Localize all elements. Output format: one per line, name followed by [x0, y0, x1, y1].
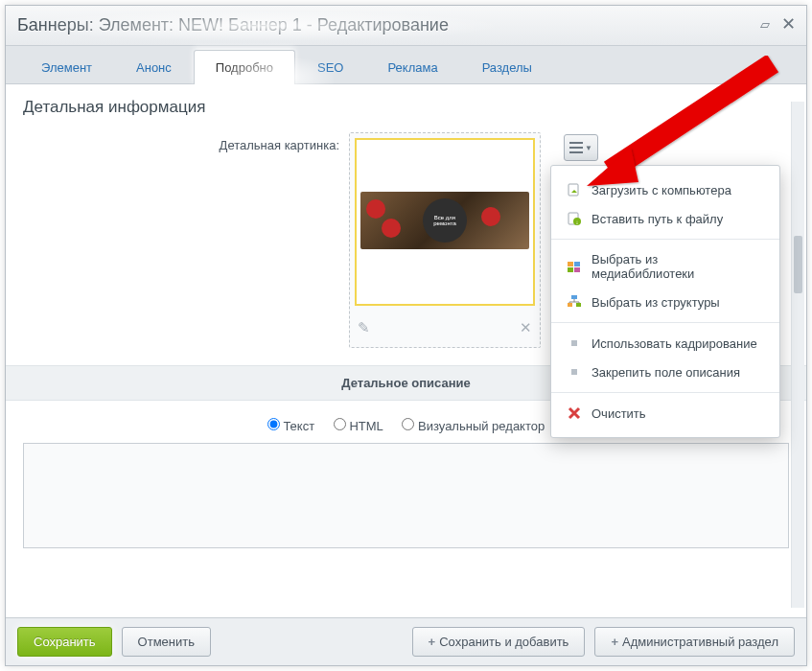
- price-tag-icon: [481, 207, 500, 226]
- menu-separator: [551, 392, 779, 393]
- menu-crop[interactable]: Использовать кадрирование: [551, 329, 779, 358]
- thumbnail-image: Все для ремонта: [360, 192, 529, 249]
- mode-html-radio[interactable]: [334, 418, 346, 430]
- close-icon[interactable]: ✕: [779, 15, 797, 33]
- save-add-button[interactable]: +Сохранить и добавить: [412, 627, 586, 657]
- clear-x-icon: [567, 405, 582, 421]
- menu-clear-label: Очистить: [592, 406, 646, 421]
- menu-media[interactable]: Выбрать из медиабиблиотеки: [551, 245, 779, 288]
- scrollbar-thumb[interactable]: [794, 236, 802, 293]
- image-label: Детальная картинка:: [23, 132, 349, 348]
- svg-rect-11: [571, 295, 577, 299]
- menu-upload[interactable]: Загрузить с компьютера: [551, 175, 779, 204]
- image-preview[interactable]: Все для ремонта: [355, 138, 535, 306]
- svg-rect-10: [574, 267, 580, 272]
- menu-pin[interactable]: Закрепить поле описания: [551, 358, 779, 386]
- dialog-window: Баннеры: Элемент: NEW! Баннер 1 - Редакт…: [5, 5, 807, 666]
- tab-anons[interactable]: Анонс: [114, 50, 194, 84]
- description-textarea[interactable]: [23, 443, 789, 548]
- svg-rect-9: [568, 267, 573, 272]
- svg-rect-14: [571, 340, 577, 346]
- content-area: Детальная информация Детальная картинка:…: [6, 84, 806, 617]
- cancel-button[interactable]: Отменить: [122, 627, 211, 657]
- mode-html[interactable]: HTML: [334, 419, 383, 433]
- edit-pencil-icon[interactable]: ✎: [358, 319, 370, 336]
- titlebar: Баннеры: Элемент: NEW! Баннер 1 - Редакт…: [6, 6, 806, 46]
- vertical-scrollbar[interactable]: [791, 102, 804, 608]
- menu-structure-label: Выбрать из структуры: [592, 295, 720, 310]
- hamburger-icon: [569, 142, 583, 153]
- bullet-icon: [567, 336, 582, 351]
- save-button[interactable]: Сохранить: [17, 627, 112, 657]
- image-menu-dropdown: Загрузить с компьютера ↓ Вставить путь к…: [550, 165, 780, 438]
- upload-icon: [567, 182, 582, 197]
- menu-media-label: Выбрать из медиабиблиотеки: [592, 252, 764, 281]
- menu-structure[interactable]: Выбрать из структуры: [551, 288, 779, 316]
- svg-rect-1: [569, 147, 583, 149]
- fullscreen-icon[interactable]: ▱: [760, 17, 774, 31]
- admin-section-button[interactable]: +Административный раздел: [594, 627, 795, 657]
- tab-seo[interactable]: SEO: [295, 50, 365, 84]
- mode-visual[interactable]: Визуальный редактор: [402, 419, 545, 433]
- remove-x-icon[interactable]: ✕: [520, 319, 532, 336]
- svg-text:↓: ↓: [576, 220, 579, 225]
- plus-icon: +: [611, 635, 618, 649]
- price-tag-icon: [382, 219, 401, 238]
- menu-path[interactable]: ↓ Вставить путь к файлу: [551, 204, 779, 233]
- menu-upload-label: Загрузить с компьютера: [592, 183, 731, 197]
- image-tools: ✎ ✕: [358, 314, 532, 341]
- image-row: Детальная картинка: Все для ремонта ✎ ✕: [23, 132, 789, 348]
- menu-crop-label: Использовать кадрирование: [592, 336, 757, 351]
- tab-ads[interactable]: Реклама: [365, 50, 459, 84]
- image-field: Все для ремонта ✎ ✕ ▼ Загрузить с к: [349, 132, 789, 348]
- tab-row: Элемент Анонс Подробно SEO Реклама Разде…: [6, 46, 806, 84]
- tab-element[interactable]: Элемент: [19, 50, 114, 84]
- thumbnail-caption: Все для ремонта: [423, 198, 467, 243]
- image-dropzone[interactable]: Все для ремонта ✎ ✕: [349, 132, 541, 348]
- price-tag-icon: [366, 199, 385, 219]
- mode-visual-radio[interactable]: [402, 418, 414, 430]
- path-icon: ↓: [567, 211, 582, 226]
- structure-icon: [567, 294, 582, 310]
- svg-rect-12: [568, 303, 572, 307]
- mode-text-radio[interactable]: [267, 418, 280, 430]
- tab-sections[interactable]: Разделы: [460, 50, 554, 84]
- svg-rect-3: [568, 184, 578, 196]
- menu-separator: [551, 322, 779, 323]
- menu-separator: [551, 239, 779, 240]
- footer: Сохранить Отменить +Сохранить и добавить…: [6, 617, 806, 665]
- svg-rect-8: [574, 262, 580, 266]
- media-library-icon: [567, 259, 582, 274]
- plus-icon: +: [429, 635, 436, 649]
- tab-detail[interactable]: Подробно: [194, 50, 295, 84]
- svg-rect-0: [569, 142, 583, 144]
- dialog-title: Баннеры: Элемент: NEW! Баннер 1 - Редакт…: [17, 15, 449, 35]
- mode-text[interactable]: Текст: [267, 419, 314, 433]
- image-menu-button[interactable]: ▼: [564, 134, 598, 161]
- section-heading: Детальная информация: [23, 98, 789, 117]
- bullet-icon: [567, 364, 582, 380]
- svg-rect-2: [569, 151, 583, 153]
- menu-clear[interactable]: Очистить: [551, 399, 779, 428]
- menu-path-label: Вставить путь к файлу: [592, 212, 723, 226]
- svg-rect-13: [576, 303, 581, 307]
- svg-rect-15: [571, 369, 577, 375]
- menu-pin-label: Закрепить поле описания: [592, 365, 740, 380]
- svg-rect-7: [568, 262, 573, 266]
- chevron-down-icon: ▼: [585, 144, 592, 152]
